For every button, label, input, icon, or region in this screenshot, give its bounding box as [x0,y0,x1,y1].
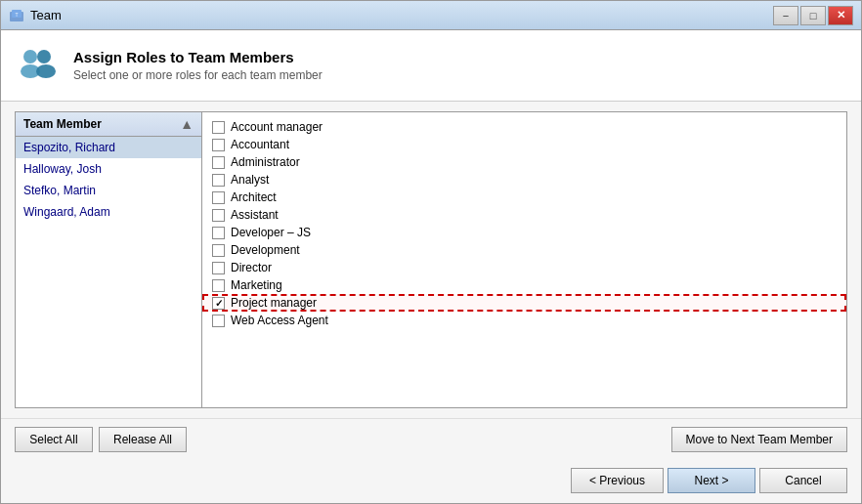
roles-list[interactable]: Account manager Accountant Administrator… [202,112,846,407]
role-checkbox-assistant[interactable] [212,209,225,222]
role-checkbox-developer-js[interactable] [212,227,225,239]
role-checkbox-administrator[interactable] [212,156,225,169]
select-all-button[interactable]: Select All [15,427,93,452]
list-item[interactable]: Espozito, Richard [16,137,201,158]
role-label-project-manager: Project manager [231,296,317,310]
role-checkbox-project-manager[interactable] [212,297,225,310]
cancel-button[interactable]: Cancel [759,468,847,493]
role-item-assistant[interactable]: Assistant [202,206,846,224]
window-title: Team [30,8,62,22]
main-window: T Team − □ ✕ Assign Roles to Team Member… [0,0,862,504]
next-button[interactable]: Next > [668,468,755,493]
role-checkbox-development[interactable] [212,244,225,257]
team-member-panel-header: Team Member ▲ [16,112,201,137]
scroll-indicator: ▲ [180,116,194,132]
role-item-development[interactable]: Development [202,241,846,259]
team-member-list[interactable]: Espozito, Richard Halloway, Josh Stefko,… [16,137,201,407]
list-item[interactable]: Halloway, Josh [16,158,201,180]
list-item[interactable]: Stefko, Martin [16,180,201,201]
move-next-team-member-button[interactable]: Move to Next Team Member [671,427,848,452]
header-subtitle: Select one or more roles for each team m… [73,68,323,82]
svg-point-6 [36,64,56,78]
role-checkbox-analyst[interactable] [212,174,225,187]
roles-panel: Account manager Accountant Administrator… [202,111,847,408]
previous-button[interactable]: < Previous [571,468,664,493]
role-checkbox-web-access-agent[interactable] [212,315,225,327]
role-label-administrator: Administrator [231,155,300,169]
title-bar: T Team − □ ✕ [1,1,861,30]
title-bar-buttons: − □ ✕ [773,6,853,25]
main-content: Team Member ▲ Espozito, Richard Halloway… [1,102,861,418]
release-all-button[interactable]: Release All [99,427,187,452]
role-label-architect: Architect [231,190,277,204]
svg-text:T: T [15,12,18,18]
role-item-architect[interactable]: Architect [202,189,846,206]
role-item-developer-js[interactable]: Developer – JS [202,224,846,241]
nav-buttons-bar: < Previous Next > Cancel [1,460,861,503]
maximize-button[interactable]: □ [800,6,826,25]
role-label-director: Director [231,261,272,274]
minimize-button[interactable]: − [773,6,798,25]
role-checkbox-account-manager[interactable] [212,121,225,134]
header-icon [17,44,60,87]
role-checkbox-accountant[interactable] [212,139,225,151]
role-label-web-access-agent: Web Access Agent [231,314,328,327]
role-label-marketing: Marketing [231,278,282,292]
title-bar-left: T Team [9,8,62,23]
team-member-panel: Team Member ▲ Espozito, Richard Halloway… [15,111,202,408]
role-label-assistant: Assistant [231,208,279,222]
list-item[interactable]: Wingaard, Adam [16,201,201,223]
close-button[interactable]: ✕ [828,6,853,25]
role-checkbox-marketing[interactable] [212,279,225,292]
role-label-account-manager: Account manager [231,120,323,134]
header-text: Assign Roles to Team Members Select one … [73,49,323,82]
action-buttons-bar: Select All Release All Move to Next Team… [1,418,861,460]
role-label-analyst: Analyst [231,173,269,187]
header-section: Assign Roles to Team Members Select one … [1,30,861,102]
role-label-developer-js: Developer – JS [231,226,311,239]
role-checkbox-director[interactable] [212,262,225,274]
role-label-accountant: Accountant [231,138,289,151]
svg-point-5 [37,50,51,63]
role-item-account-manager[interactable]: Account manager [202,118,846,136]
role-item-marketing[interactable]: Marketing [202,276,846,294]
role-item-project-manager[interactable]: Project manager [202,294,846,312]
svg-point-3 [23,50,37,63]
team-member-header-label: Team Member [23,117,102,131]
header-title: Assign Roles to Team Members [73,49,323,65]
role-item-accountant[interactable]: Accountant [202,136,846,153]
role-label-development: Development [231,243,300,257]
role-checkbox-architect[interactable] [212,191,225,204]
app-icon: T [9,8,24,23]
role-item-administrator[interactable]: Administrator [202,153,846,171]
role-item-director[interactable]: Director [202,259,846,276]
role-item-analyst[interactable]: Analyst [202,171,846,189]
role-item-web-access-agent[interactable]: Web Access Agent [202,312,846,329]
